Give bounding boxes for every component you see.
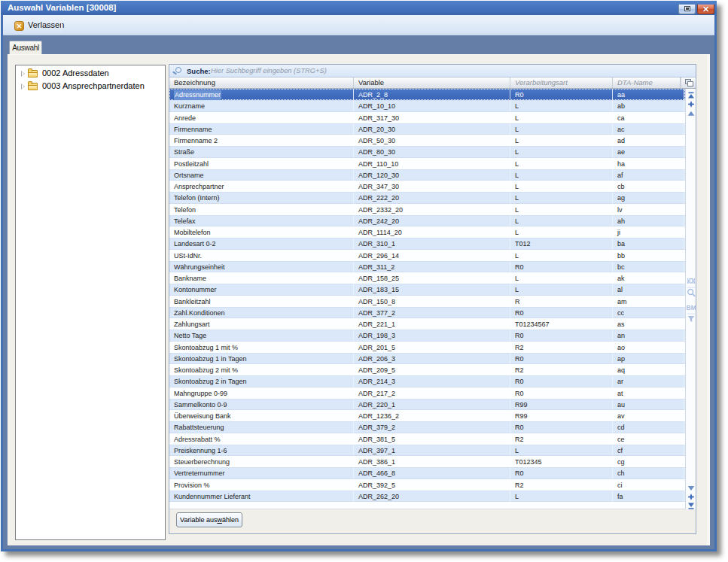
svg-text:BM: BM — [687, 304, 696, 311]
